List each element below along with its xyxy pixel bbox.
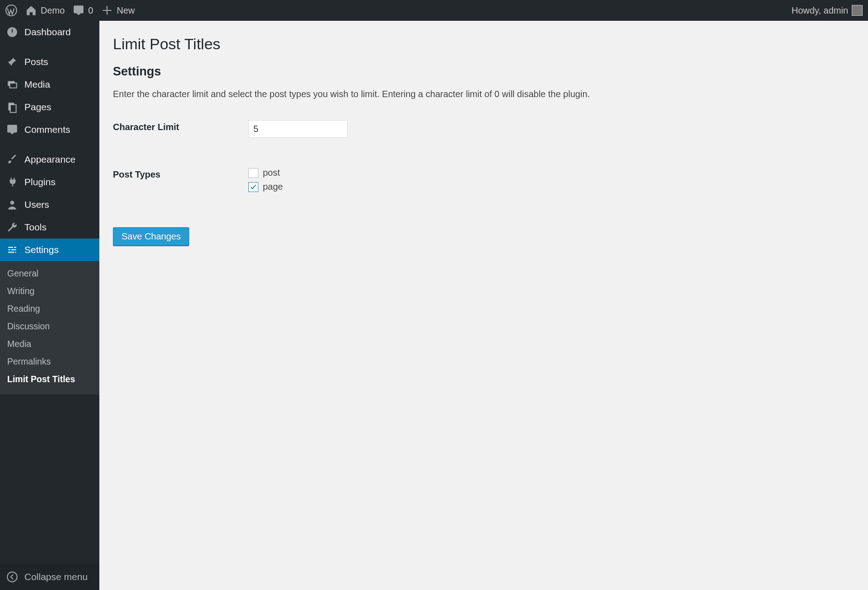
menu-settings[interactable]: Settings [0, 239, 99, 261]
submenu-media[interactable]: Media [0, 335, 99, 353]
menu-label: Comments [24, 124, 70, 135]
menu-label: Pages [24, 102, 51, 112]
checkbox-post[interactable] [248, 168, 258, 178]
menu-dashboard[interactable]: Dashboard [0, 21, 99, 43]
menu-label: Settings [24, 244, 59, 255]
svg-rect-6 [10, 105, 16, 112]
brush-icon [6, 154, 18, 165]
new-content[interactable]: New [101, 0, 135, 21]
comment-icon [73, 5, 84, 16]
site-name: Demo [41, 5, 65, 16]
submenu-permalinks[interactable]: Permalinks [0, 353, 99, 370]
sliders-icon [6, 244, 18, 256]
menu-posts[interactable]: Posts [0, 51, 99, 73]
menu-label: Media [24, 79, 50, 90]
svg-point-8 [7, 572, 17, 582]
submenu-limit-post-titles[interactable]: Limit Post Titles [0, 370, 99, 388]
collapse-label: Collapse menu [24, 571, 88, 582]
menu-media[interactable]: Media [0, 73, 99, 96]
settings-submenu: General Writing Reading Discussion Media… [0, 261, 99, 394]
menu-label: Dashboard [24, 27, 71, 37]
home-icon [25, 5, 37, 16]
comments-count: 0 [88, 5, 93, 16]
admin-bar: Demo 0 New Howdy, admin [0, 0, 868, 21]
comment-icon [6, 124, 18, 136]
menu-users[interactable]: Users [0, 193, 99, 216]
new-label: New [117, 5, 135, 16]
submenu-discussion[interactable]: Discussion [0, 318, 99, 335]
wrench-icon [6, 221, 18, 233]
content-area: Limit Post Titles Settings Enter the cha… [99, 21, 868, 590]
svg-rect-2 [12, 29, 13, 33]
description-text: Enter the character limit and select the… [113, 88, 610, 100]
checkbox-post-label: post [263, 168, 280, 178]
menu-label: Plugins [24, 177, 56, 187]
menu-pages[interactable]: Pages [0, 96, 99, 118]
wp-logo[interactable] [5, 0, 17, 21]
menu-plugins[interactable]: Plugins [0, 171, 99, 193]
menu-label: Tools [24, 222, 47, 233]
menu-label: Users [24, 199, 49, 210]
pages-icon [6, 101, 18, 113]
char-limit-input[interactable] [248, 120, 348, 138]
page-title: Limit Post Titles [113, 35, 854, 53]
submenu-general[interactable]: General [0, 265, 99, 282]
avatar [852, 5, 863, 16]
menu-appearance[interactable]: Appearance [0, 148, 99, 171]
checkbox-page-label: page [263, 182, 283, 192]
plug-icon [6, 176, 18, 188]
char-limit-label: Character Limit [113, 117, 248, 165]
media-icon [6, 79, 18, 90]
admin-sidebar: Dashboard Posts Media Pages Comments App… [0, 21, 99, 590]
pushpin-icon [6, 56, 18, 68]
collapse-menu[interactable]: Collapse menu [0, 564, 99, 590]
post-types-label: Post Types [113, 165, 248, 223]
menu-tools[interactable]: Tools [0, 216, 99, 239]
comments-link[interactable]: 0 [73, 0, 93, 21]
section-heading: Settings [113, 65, 854, 79]
submenu-writing[interactable]: Writing [0, 282, 99, 300]
menu-label: Appearance [24, 154, 75, 165]
svg-point-7 [10, 201, 14, 205]
howdy-text: Howdy, admin [792, 5, 848, 16]
user-icon [6, 199, 18, 211]
save-button[interactable]: Save Changes [113, 227, 189, 246]
svg-rect-4 [10, 83, 17, 88]
menu-comments[interactable]: Comments [0, 118, 99, 141]
settings-form-table: Character Limit Post Types post page [113, 117, 352, 223]
site-home[interactable]: Demo [25, 0, 65, 21]
checkbox-page[interactable] [248, 182, 258, 192]
submenu-reading[interactable]: Reading [0, 300, 99, 318]
collapse-icon [6, 571, 18, 583]
wordpress-icon [5, 5, 17, 16]
my-account[interactable]: Howdy, admin [792, 0, 863, 21]
dashboard-icon [6, 26, 18, 38]
plus-icon [101, 5, 113, 16]
menu-label: Posts [24, 56, 48, 67]
